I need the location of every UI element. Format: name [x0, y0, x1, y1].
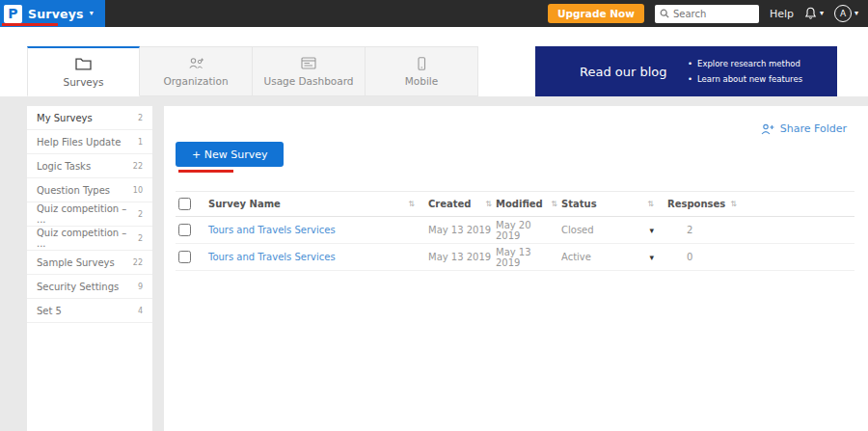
chevron-down-icon: ▾	[90, 10, 94, 17]
help-link[interactable]: Help	[770, 8, 794, 20]
account-menu[interactable]: A ▾	[834, 5, 858, 22]
folder-label: Security Settings	[37, 282, 119, 292]
tab-label: Organization	[163, 75, 228, 87]
col-header-survey-name: Survey Name	[208, 199, 281, 209]
sidebar-item-my-surveys[interactable]: My Surveys 2	[27, 106, 152, 130]
people-icon	[188, 56, 204, 70]
folder-label: Help Files Update	[37, 137, 121, 148]
folder-count: 22	[133, 162, 143, 171]
sidebar-item-quiz-competition-2[interactable]: Quiz competition – ... 2	[27, 227, 152, 251]
status-dropdown-caret[interactable]: ▾	[649, 226, 654, 235]
product-name: Surveys	[28, 7, 84, 21]
status-dropdown-caret[interactable]: ▾	[649, 253, 654, 262]
search-box[interactable]	[655, 5, 759, 23]
table-row: Tours and Travels Services May 13 2019 M…	[176, 244, 854, 271]
share-folder-label: Share Folder	[780, 122, 847, 135]
surveys-table: Survey Name ⇅ Created ⇅ Modified ⇅ Statu…	[176, 191, 854, 271]
sidebar-item-security-settings[interactable]: Security Settings 9	[27, 275, 152, 299]
read-our-blog-link[interactable]: Read our blog	[535, 65, 688, 79]
brand-logo: P	[4, 5, 22, 23]
nav-tabs: Surveys Organization Usage Dashboard Mob…	[27, 46, 478, 96]
notifications-menu[interactable]: ▾	[804, 7, 824, 20]
upgrade-now-button[interactable]: Upgrade Now	[548, 4, 644, 23]
app-screen: P Surveys ▾ Upgrade Now Help ▾ A ▾	[0, 0, 868, 431]
blog-bullet: Explore research method	[688, 56, 802, 71]
col-header-status: Status	[561, 199, 597, 209]
folders-sidebar: My Surveys 2 Help Files Update 1 Logic T…	[27, 106, 152, 431]
folder-icon	[75, 57, 92, 71]
col-header-responses: Responses	[667, 199, 725, 209]
dashboard-icon	[301, 56, 316, 70]
table-row: Tours and Travels Services May 13 2019 M…	[176, 217, 854, 244]
surveys-panel: Share Folder + New Survey Survey Name ⇅ …	[164, 106, 868, 431]
sort-icon[interactable]: ⇅	[647, 200, 654, 208]
sidebar-item-help-files-update[interactable]: Help Files Update 1	[27, 130, 152, 154]
folder-label: Set 5	[37, 306, 62, 316]
folder-label: My Surveys	[37, 113, 93, 123]
blog-bullets: Explore research method Learn about new …	[688, 56, 802, 87]
chevron-down-icon: ▾	[854, 10, 858, 17]
status-value: Closed	[561, 225, 594, 235]
folder-label: Question Types	[37, 185, 110, 196]
select-all-checkbox[interactable]	[178, 198, 191, 210]
blog-banner: Read our blog Explore research method Le…	[535, 46, 837, 96]
new-survey-button[interactable]: + New Survey	[176, 142, 284, 167]
responses-count: 2	[667, 225, 692, 235]
search-input[interactable]	[673, 9, 754, 19]
survey-name-link[interactable]: Tours and Travels Services	[208, 225, 336, 235]
col-header-created: Created	[428, 199, 472, 209]
annotation-underline-new-survey	[178, 170, 233, 173]
survey-name-link[interactable]: Tours and Travels Services	[208, 252, 336, 262]
tab-label: Usage Dashboard	[263, 75, 353, 87]
status-value: Active	[561, 252, 591, 262]
annotation-underline-logo	[2, 23, 58, 26]
folder-count: 4	[138, 307, 143, 315]
sidebar-item-quiz-competition-1[interactable]: Quiz competition – ... 2	[27, 202, 152, 227]
sort-icon[interactable]: ⇅	[485, 200, 492, 208]
sidebar-item-question-types[interactable]: Question Types 10	[27, 178, 152, 202]
sidebar-item-sample-surveys[interactable]: Sample Surveys 22	[27, 251, 152, 275]
avatar: A	[834, 5, 852, 22]
topbar-actions: Upgrade Now Help ▾ A ▾	[548, 4, 868, 23]
folder-count: 2	[138, 210, 143, 219]
col-header-modified: Modified	[496, 199, 543, 209]
share-folder-icon	[760, 123, 774, 135]
sidebar-item-set-5[interactable]: Set 5 4	[27, 299, 152, 323]
folder-count: 1	[138, 138, 143, 147]
responses-count: 0	[667, 252, 692, 262]
tab-label: Mobile	[405, 75, 438, 87]
sidebar-item-logic-tasks[interactable]: Logic Tasks 22	[27, 154, 152, 178]
sort-icon[interactable]: ⇅	[551, 200, 557, 208]
folder-label: Sample Surveys	[37, 257, 115, 268]
table-header-row: Survey Name ⇅ Created ⇅ Modified ⇅ Statu…	[176, 191, 854, 217]
tab-label: Surveys	[64, 76, 104, 88]
folder-count: 10	[133, 186, 143, 195]
folder-count: 22	[133, 258, 143, 267]
search-icon	[660, 9, 669, 18]
folder-count: 2	[138, 234, 143, 243]
mobile-icon	[415, 56, 428, 70]
tab-surveys[interactable]: Surveys	[27, 46, 140, 96]
topbar: P Surveys ▾ Upgrade Now Help ▾ A ▾	[0, 0, 868, 27]
chevron-down-icon: ▾	[820, 10, 824, 17]
sort-icon[interactable]: ⇅	[408, 200, 415, 208]
created-date: May 13 2019	[428, 225, 491, 235]
modified-date: May 13 2019	[496, 247, 557, 268]
folder-count: 2	[138, 114, 143, 122]
bell-icon	[804, 7, 817, 20]
sort-icon[interactable]: ⇅	[730, 200, 737, 208]
row-checkbox[interactable]	[178, 251, 191, 263]
folder-label: Logic Tasks	[37, 161, 91, 172]
row-checkbox[interactable]	[178, 224, 191, 236]
folder-count: 9	[138, 283, 143, 291]
tab-usage-dashboard[interactable]: Usage Dashboard	[253, 46, 366, 96]
modified-date: May 20 2019	[496, 220, 557, 241]
folder-label: Quiz competition – ...	[37, 228, 138, 249]
created-date: May 13 2019	[428, 252, 491, 262]
blog-bullet: Learn about new features	[688, 71, 802, 87]
tab-mobile[interactable]: Mobile	[366, 46, 478, 96]
share-folder-link[interactable]: Share Folder	[760, 122, 847, 135]
folder-label: Quiz competition – ...	[37, 203, 138, 225]
primary-nav: Surveys Organization Usage Dashboard Mob…	[0, 27, 868, 96]
tab-organization[interactable]: Organization	[140, 46, 253, 96]
